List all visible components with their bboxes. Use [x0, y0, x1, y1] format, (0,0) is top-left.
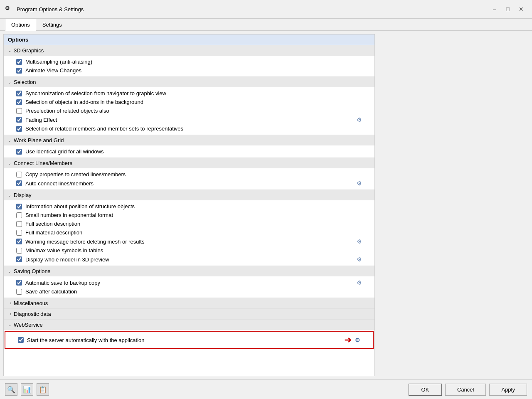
section-saving-header[interactable]: ⌄ Saving Options: [4, 266, 374, 276]
chevron-display-icon: ⌄: [8, 193, 11, 197]
list-item: Selection of related members and member …: [4, 124, 374, 133]
list-item: Warning message before deleting mesh or …: [4, 237, 374, 246]
auto-connect-checkbox[interactable]: [16, 180, 22, 186]
list-item: Display whole model in 3D preview ⚙: [4, 255, 374, 264]
fading-gear-icon[interactable]: ⚙: [357, 116, 362, 123]
save-after-label: Save after calculation: [25, 288, 362, 295]
section-workplane-header[interactable]: ⌄ Work Plane and Grid: [4, 135, 374, 145]
tab-settings[interactable]: Settings: [36, 19, 68, 30]
position-info-label: Information about position of structure …: [25, 203, 362, 209]
full-material-checkbox[interactable]: [16, 230, 22, 236]
warning-msg-checkbox[interactable]: [16, 239, 22, 244]
copy-properties-label: Copy properties to created lines/members: [25, 171, 362, 177]
maximize-button[interactable]: □: [502, 3, 514, 15]
chevron-misc-icon: ⌄: [7, 302, 12, 305]
bottom-icons: 🔍 📊 📋: [5, 383, 49, 396]
main-window: ⚙ Program Options & Settings – □ ✕ Optio…: [0, 0, 532, 399]
section-saving-label: Saving Options: [14, 268, 50, 274]
section-selection-header[interactable]: ⌄ Selection: [4, 77, 374, 87]
fading-checkbox[interactable]: [16, 117, 22, 123]
auto-connect-gear-icon[interactable]: ⚙: [357, 180, 362, 187]
app-icon: ⚙: [5, 5, 13, 13]
identical-grid-label: Use identical grid for all windows: [25, 148, 362, 155]
auto-save-checkbox[interactable]: [16, 280, 22, 286]
warning-gear-icon[interactable]: ⚙: [357, 238, 362, 245]
section-graphics-header[interactable]: ⌄ 3D Graphics: [4, 45, 374, 56]
search-bottom-icon[interactable]: 🔍: [5, 383, 17, 396]
chevron-connect-icon: ⌄: [8, 161, 11, 165]
ok-button[interactable]: OK: [409, 384, 442, 396]
section-webservice-body: Start the server automatically with the …: [5, 331, 374, 349]
auto-save-gear-icon[interactable]: ⚙: [357, 279, 362, 286]
chevron-saving-icon: ⌄: [8, 269, 11, 273]
list-item: Preselection of related objects also: [4, 106, 374, 115]
scroll-area[interactable]: ⌄ 3D Graphics Multisampling (anti-aliasi…: [4, 45, 374, 376]
section-diagnostic-header[interactable]: ⌄ Diagnostic data: [4, 309, 374, 319]
list-item: Start the server automatically with the …: [5, 333, 373, 347]
section-graphics: ⌄ 3D Graphics Multisampling (anti-aliasi…: [4, 45, 374, 77]
tab-options[interactable]: Options: [5, 19, 36, 31]
close-button[interactable]: ✕: [515, 3, 527, 15]
small-numbers-label: Small numbers in exponential format: [25, 212, 362, 218]
section-selection-body: Synchronization of selection from naviga…: [4, 87, 374, 135]
list-item: Selection of objects in add-ons in the b…: [4, 98, 374, 106]
chevron-graphics-icon: ⌄: [8, 48, 11, 53]
list-item: Fading Effect ⚙: [4, 115, 374, 124]
section-graphics-label: 3D Graphics: [14, 47, 44, 54]
chevron-workplane-icon: ⌄: [8, 138, 11, 143]
section-diagnostic-label: Diagnostic data: [14, 311, 51, 317]
cancel-button[interactable]: Cancel: [445, 384, 486, 396]
auto-save-label: Automatic save to backup copy: [25, 280, 353, 286]
list-item: Save after calculation: [4, 287, 374, 296]
display-3d-checkbox[interactable]: [16, 256, 22, 262]
full-material-label: Full material description: [25, 229, 362, 236]
identical-grid-checkbox[interactable]: [16, 149, 22, 155]
section-misc: ⌄ Miscellaneous: [4, 298, 374, 309]
position-info-checkbox[interactable]: [16, 204, 22, 209]
section-display-body: Information about position of structure …: [4, 200, 374, 266]
section-display-header[interactable]: ⌄ Display: [4, 190, 374, 200]
auto-connect-label: Auto connect lines/members: [25, 180, 353, 187]
save-after-checkbox[interactable]: [16, 289, 22, 295]
section-workplane-body: Use identical grid for all windows: [4, 145, 374, 158]
list-item: Auto connect lines/members ⚙: [4, 179, 374, 188]
section-webservice: ⌄ WebService Start the server automatica…: [4, 320, 374, 351]
minmax-label: Min/max value symbols in tables: [25, 247, 362, 254]
start-server-gear-icon[interactable]: ⚙: [355, 337, 360, 343]
section-connect-lines: ⌄ Connect Lines/Members Copy properties …: [4, 158, 374, 190]
start-server-checkbox[interactable]: [18, 337, 24, 343]
full-section-checkbox[interactable]: [16, 221, 22, 227]
chevron-diagnostic-icon: ⌄: [7, 313, 12, 316]
multisampling-label: Multisampling (anti-aliasing): [25, 59, 362, 65]
chart-bottom-icon[interactable]: 📊: [21, 383, 33, 396]
minimize-button[interactable]: –: [489, 3, 500, 15]
display-3d-label: Display whole model in 3D preview: [25, 256, 353, 263]
window-title: Program Options & Settings: [17, 6, 84, 12]
selection-members-checkbox[interactable]: [16, 126, 22, 132]
small-numbers-checkbox[interactable]: [16, 212, 22, 218]
section-workplane: ⌄ Work Plane and Grid Use identical grid…: [4, 135, 374, 158]
apply-button[interactable]: Apply: [489, 384, 527, 396]
multisampling-checkbox[interactable]: [16, 59, 22, 65]
warning-msg-label: Warning message before deleting mesh or …: [25, 239, 353, 245]
section-misc-header[interactable]: ⌄ Miscellaneous: [4, 298, 374, 308]
preselection-checkbox[interactable]: [16, 108, 22, 114]
list-item: Small numbers in exponential format: [4, 211, 374, 219]
display-3d-gear-icon[interactable]: ⚙: [357, 256, 362, 263]
fading-label: Fading Effect: [25, 117, 353, 123]
minmax-checkbox[interactable]: [16, 248, 22, 254]
right-panel: [378, 31, 532, 379]
sync-selection-label: Synchronization of selection from naviga…: [25, 90, 362, 96]
section-connect-lines-header[interactable]: ⌄ Connect Lines/Members: [4, 158, 374, 168]
selection-addons-checkbox[interactable]: [16, 99, 22, 105]
copy-properties-checkbox[interactable]: [16, 172, 22, 177]
list-item: Copy properties to created lines/members: [4, 170, 374, 179]
animate-checkbox[interactable]: [16, 68, 22, 74]
section-webservice-header[interactable]: ⌄ WebService: [4, 320, 374, 330]
list-bottom-icon[interactable]: 📋: [37, 383, 49, 396]
list-item: Use identical grid for all windows: [4, 147, 374, 156]
chevron-selection-icon: ⌄: [8, 80, 11, 84]
sync-selection-checkbox[interactable]: [16, 91, 22, 96]
selection-addons-label: Selection of objects in add-ons in the b…: [25, 99, 362, 105]
main-panel: Options ⌄ 3D Graphics Multisampling (ant…: [3, 34, 375, 376]
